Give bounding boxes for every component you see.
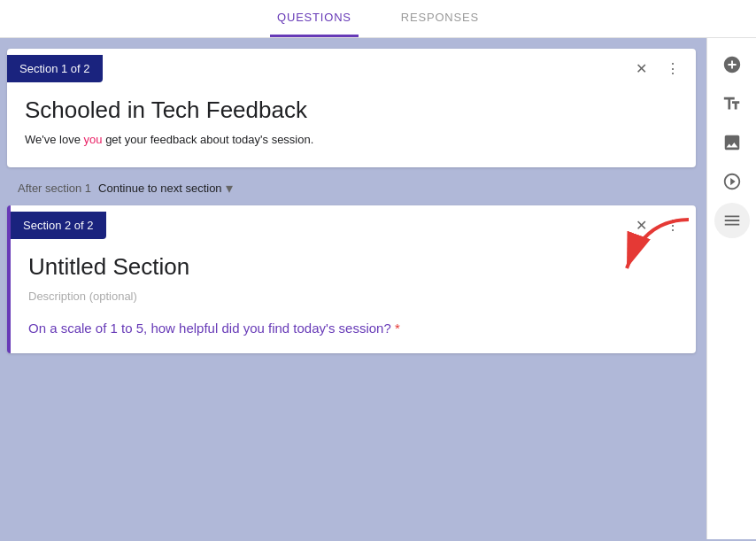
section2-title: Untitled Section: [28, 253, 678, 281]
image-btn[interactable]: [714, 125, 750, 160]
after-section-select[interactable]: Continue to next section ▾: [98, 180, 232, 197]
desc-text-2: get your feedback about today's session.: [103, 133, 314, 146]
section2-more-btn[interactable]: ⋮: [659, 211, 687, 239]
section1-card: Section 1 of 2 ✕ ⋮ Schooled in Tech Feed…: [7, 49, 696, 167]
chevron-down-icon: ▾: [226, 180, 233, 197]
section1-more-btn[interactable]: ⋮: [659, 54, 687, 82]
text-format-btn[interactable]: [714, 86, 750, 121]
section2-question: On a scale of 1 to 5, how helpful did yo…: [28, 321, 678, 336]
after-section-action: Continue to next section: [98, 182, 221, 195]
section1-collapse-btn[interactable]: ✕: [627, 54, 655, 82]
tab-responses[interactable]: RESPONSES: [394, 0, 486, 37]
image-icon: [722, 133, 742, 152]
text-format-icon: [722, 94, 742, 113]
section2-header: Section 2 of 2: [11, 212, 106, 239]
section-icon: [722, 211, 742, 230]
section2-topbar: Section 2 of 2 ✕ ⋮: [11, 205, 696, 239]
desc-text-1: We've love: [25, 133, 84, 146]
section2-actions: ✕ ⋮: [627, 211, 687, 239]
content-area: Section 1 of 2 ✕ ⋮ Schooled in Tech Feed…: [0, 38, 706, 539]
video-icon: [722, 172, 742, 191]
section1-actions: ✕ ⋮: [627, 54, 687, 82]
section1-header: Section 1 of 2: [7, 55, 103, 82]
section2-description-placeholder[interactable]: Description (optional): [28, 290, 678, 303]
right-sidebar: [706, 38, 756, 539]
section1-title: Schooled in Tech Feedback: [25, 97, 678, 124]
section2-body: Untitled Section Description (optional) …: [11, 239, 696, 353]
after-section-bar: After section 1 Continue to next section…: [7, 171, 696, 205]
section1-body: Schooled in Tech Feedback We've love you…: [7, 82, 696, 167]
video-btn[interactable]: [714, 164, 750, 199]
required-marker: *: [391, 321, 400, 336]
question-text-content: On a scale of 1 to 5, how helpful did yo…: [28, 321, 391, 336]
tab-questions[interactable]: QUESTIONS: [270, 0, 359, 37]
section2-card: Section 2 of 2 ✕ ⋮ Untitled Section Desc…: [7, 205, 696, 353]
desc-highlight: you: [84, 133, 103, 146]
tab-bar: QUESTIONS RESPONSES: [0, 0, 756, 38]
section2-collapse-btn[interactable]: ✕: [627, 211, 655, 239]
section1-topbar: Section 1 of 2 ✕ ⋮: [7, 49, 696, 82]
after-section-label: After section 1: [18, 182, 91, 195]
add-circle-btn[interactable]: [714, 47, 750, 82]
main-layout: Section 1 of 2 ✕ ⋮ Schooled in Tech Feed…: [0, 38, 756, 539]
add-circle-icon: [722, 55, 742, 74]
section1-description: We've love you get your feedback about t…: [25, 133, 678, 146]
section-btn[interactable]: [714, 203, 750, 238]
